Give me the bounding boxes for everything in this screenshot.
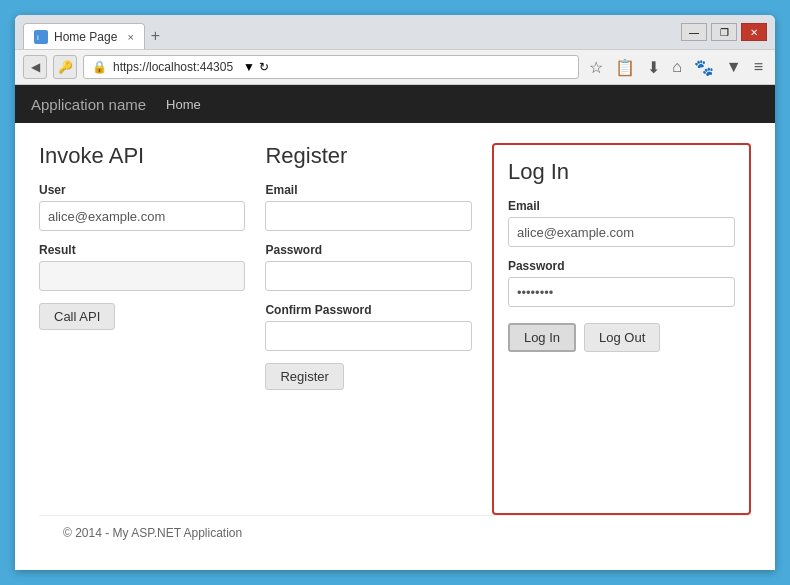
register-email-input[interactable] <box>265 201 471 231</box>
register-email-label: Email <box>265 183 471 197</box>
login-password-label: Password <box>508 259 735 273</box>
minimize-button[interactable]: — <box>681 23 707 41</box>
footer: © 2014 - My ASP.NET Application <box>39 515 751 550</box>
sections-row: Invoke API User Result Call API Register… <box>39 143 751 515</box>
key-button[interactable]: 🔑 <box>53 55 77 79</box>
login-title: Log In <box>508 159 735 185</box>
invoke-api-title: Invoke API <box>39 143 245 169</box>
download-icon[interactable]: ⬇ <box>643 56 664 79</box>
login-email-input[interactable] <box>508 217 735 247</box>
title-bar: i Home Page × + — ❐ ✕ <box>15 15 775 49</box>
refresh-icon[interactable]: ↻ <box>259 60 269 74</box>
settings-icon[interactable]: 🐾 <box>690 56 718 79</box>
register-title: Register <box>265 143 471 169</box>
address-icons: ▼ ↻ <box>243 60 269 74</box>
svg-text:i: i <box>37 33 39 42</box>
result-label: Result <box>39 243 245 257</box>
url-text: https://localhost:44305 <box>113 60 233 74</box>
app-name: Application name <box>31 96 146 113</box>
result-input[interactable] <box>39 261 245 291</box>
call-api-button[interactable]: Call API <box>39 303 115 330</box>
register-button[interactable]: Register <box>265 363 343 390</box>
invoke-api-section: Invoke API User Result Call API <box>39 143 265 515</box>
register-password-input[interactable] <box>265 261 471 291</box>
key-icon: 🔑 <box>58 60 73 74</box>
register-confirm-input[interactable] <box>265 321 471 351</box>
back-button[interactable]: ◀ <box>23 55 47 79</box>
user-label: User <box>39 183 245 197</box>
star-icon[interactable]: ☆ <box>585 56 607 79</box>
browser-tab[interactable]: i Home Page × <box>23 23 145 49</box>
login-password-input[interactable] <box>508 277 735 307</box>
new-tab-button[interactable]: + <box>151 27 160 49</box>
login-email-label: Email <box>508 199 735 213</box>
dropdown-icon[interactable]: ▼ <box>243 60 255 74</box>
tab-area: i Home Page × + <box>23 15 681 49</box>
address-bar: ◀ 🔑 🔒 https://localhost:44305 ▼ ↻ ☆ 📋 ⬇ … <box>15 49 775 85</box>
toolbar-icons: ☆ 📋 ⬇ ⌂ 🐾 ▼ ≡ <box>585 56 767 79</box>
close-button[interactable]: ✕ <box>741 23 767 41</box>
main-content: Invoke API User Result Call API Register… <box>15 123 775 570</box>
logout-button[interactable]: Log Out <box>584 323 660 352</box>
login-btn-row: Log In Log Out <box>508 323 735 352</box>
tab-close-button[interactable]: × <box>127 31 133 43</box>
footer-text: © 2014 - My ASP.NET Application <box>63 526 242 540</box>
nav-home-link[interactable]: Home <box>166 97 201 112</box>
restore-button[interactable]: ❐ <box>711 23 737 41</box>
tab-favicon: i <box>34 30 48 44</box>
login-section: Log In Email Password Log In Log Out <box>492 143 751 515</box>
back-icon: ◀ <box>31 60 40 74</box>
tab-title: Home Page <box>54 30 117 44</box>
user-input[interactable] <box>39 201 245 231</box>
app-navbar: Application name Home <box>15 85 775 123</box>
register-password-label: Password <box>265 243 471 257</box>
register-confirm-label: Confirm Password <box>265 303 471 317</box>
login-button[interactable]: Log In <box>508 323 576 352</box>
register-section: Register Email Password Confirm Password… <box>265 143 491 515</box>
url-bar[interactable]: 🔒 https://localhost:44305 ▼ ↻ <box>83 55 579 79</box>
home-icon[interactable]: ⌂ <box>668 56 686 78</box>
window-controls: — ❐ ✕ <box>681 23 767 41</box>
lock-icon: 🔒 <box>92 60 107 74</box>
menu-icon[interactable]: ≡ <box>750 56 767 78</box>
dropdown-icon2[interactable]: ▼ <box>722 56 746 78</box>
clipboard-icon[interactable]: 📋 <box>611 56 639 79</box>
